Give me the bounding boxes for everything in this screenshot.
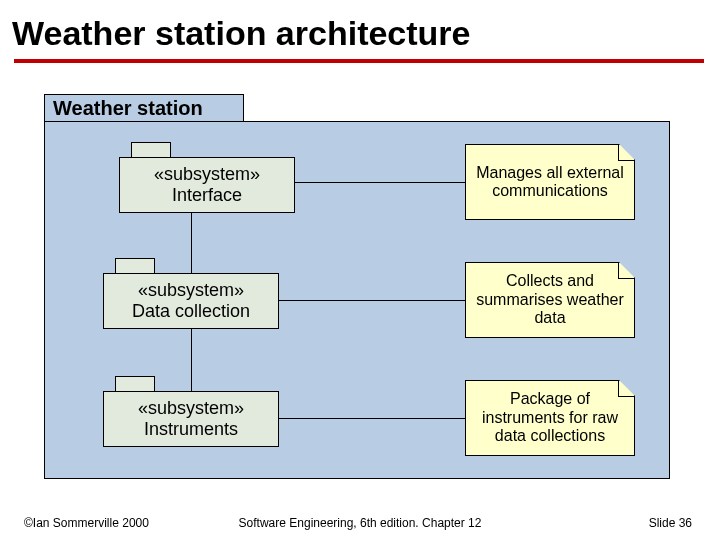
note-fold-icon [618,381,634,397]
note-instruments: Package of instruments for raw data coll… [465,380,635,456]
subsystem-body: «subsystem» Interface [119,157,295,213]
note-text: Package of instruments for raw data coll… [472,390,628,445]
footer-book-ref: Software Engineering, 6th edition. Chapt… [239,516,482,530]
stereotype-label: «subsystem» [138,280,244,301]
note-text: Manages all external communications [472,164,628,201]
subsystem-tab [115,258,155,274]
title-underline [14,59,704,63]
slide-title: Weather station architecture [0,0,720,59]
slide-footer: ©Ian Sommerville 2000 Software Engineeri… [0,516,720,530]
footer-copyright: ©Ian Sommerville 2000 [24,516,149,530]
stereotype-label: «subsystem» [138,398,244,419]
connector-line [191,329,192,391]
connector-line [295,182,465,183]
note-fold-icon [618,263,634,279]
stereotype-label: «subsystem» [154,164,260,185]
subsystem-tab [131,142,171,158]
package-body: «subsystem» Interface «subsystem» Data c… [44,121,670,479]
subsystem-tab [115,376,155,392]
subsystem-body: «subsystem» Data collection [103,273,279,329]
subsystem-body: «subsystem» Instruments [103,391,279,447]
note-communications: Manages all external communications [465,144,635,220]
subsystem-name: Data collection [132,301,250,322]
package-tab: Weather station [44,94,244,122]
connector-line [191,213,192,273]
note-fold-icon [618,145,634,161]
footer-slide-number: Slide 36 [649,516,692,530]
note-text: Collects and summarises weather data [472,272,628,327]
subsystem-name: Interface [172,185,242,206]
connector-line [279,300,465,301]
package-weather-station: Weather station «subsystem» Interface «s… [44,94,670,480]
subsystem-name: Instruments [144,419,238,440]
connector-line [279,418,465,419]
note-collects: Collects and summarises weather data [465,262,635,338]
